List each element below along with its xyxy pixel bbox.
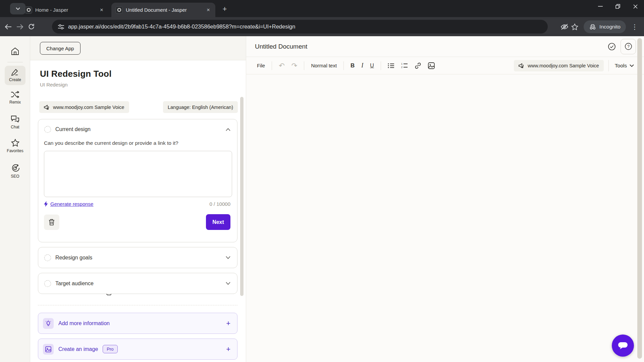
generate-response-link[interactable]: Generate response (44, 201, 93, 207)
close-icon (633, 4, 638, 9)
tab-untitled-document[interactable]: Untitled Document - Jasper × (111, 3, 215, 17)
panel-header: Change App (30, 36, 246, 60)
editor-toolbar: File ↶ ↷ Normal text B I U 12 (246, 57, 644, 74)
close-tab-icon[interactable]: × (205, 7, 211, 13)
eye-off-icon (560, 23, 569, 30)
voice-chip-label: www.moodjoy.com Sample Voice (53, 105, 124, 110)
tab-title: Home - Jasper (35, 7, 96, 13)
sidebar-item-seo[interactable]: SEO (0, 164, 30, 179)
dashed-divider (38, 305, 237, 305)
chevron-down-icon (226, 256, 230, 259)
page-scrollbar[interactable] (637, 38, 642, 359)
add-more-information-row[interactable]: Add more information + (38, 313, 237, 334)
voice-selector-chip[interactable]: www.moodjoy.com Sample Voice (514, 60, 604, 71)
file-menu[interactable]: File (254, 63, 268, 68)
italic-button[interactable]: I (358, 62, 367, 69)
text-style-dropdown[interactable]: Normal text (308, 63, 340, 68)
pen-icon (11, 68, 19, 76)
section-title: Redesign goals (55, 255, 221, 261)
chat-bubble-icon (618, 341, 628, 350)
image-icon (428, 62, 435, 69)
jasper-favicon-icon (115, 6, 123, 14)
section-title: Target audience (55, 281, 221, 287)
chevron-down-icon (630, 64, 634, 67)
redo-button[interactable]: ↷ (288, 62, 301, 70)
current-design-textarea[interactable] (44, 151, 232, 197)
insert-link-button[interactable] (411, 62, 425, 69)
tab-home-jasper[interactable]: Home - Jasper × (21, 3, 109, 17)
sidebar-item-create[interactable]: Create (0, 68, 30, 82)
delete-button[interactable] (44, 215, 59, 230)
sidebar-item-label: Remix (9, 100, 21, 105)
document-editor: Untitled Document ? File ↶ ↷ Normal text… (246, 36, 644, 362)
target-icon (11, 164, 19, 172)
sidebar-item-remix[interactable]: Remix (0, 91, 30, 105)
sidebar-item-home[interactable] (0, 47, 30, 55)
chevron-up-icon[interactable] (226, 128, 230, 131)
browser-menu-button[interactable]: ⋮ (631, 23, 638, 31)
forward-button[interactable] (16, 24, 23, 29)
step-progress-circle-icon (44, 126, 51, 133)
chevron-down-icon (226, 282, 230, 285)
rail-divider (7, 62, 23, 62)
voice-chip-label: www.moodjoy.com Sample Voice (528, 63, 599, 68)
undo-button[interactable]: ↶ (275, 62, 288, 70)
create-an-image-row[interactable]: Create an image Pro + (38, 339, 237, 360)
voice-selector-chip[interactable]: www.moodjoy.com Sample Voice (39, 101, 129, 113)
numbered-list-icon: 12 (401, 63, 408, 68)
url-text: app.jasper.ai/docs/edit/2b9fab15-4c7a-45… (68, 23, 295, 30)
bold-button[interactable]: B (347, 62, 358, 69)
next-button[interactable]: Next (206, 214, 230, 230)
insert-image-button[interactable] (425, 62, 438, 69)
bullet-list-button[interactable] (384, 63, 398, 68)
sidebar-item-label: Favorites (7, 148, 23, 153)
panel-scrollbar[interactable] (240, 97, 244, 296)
target-audience-card[interactable]: Target audience (38, 273, 237, 294)
help-button[interactable]: ? (621, 39, 636, 54)
back-button[interactable] (5, 24, 12, 29)
window-close-button[interactable] (627, 0, 644, 13)
browser-address-bar: app.jasper.ai/docs/edit/2b9fab15-4c7a-45… (0, 17, 644, 36)
sidebar-item-chat[interactable]: Chat (0, 115, 30, 129)
window-minimize-button[interactable] (592, 0, 609, 13)
back-arrow-icon (5, 24, 12, 29)
current-design-header[interactable]: Current design (38, 119, 237, 137)
image-icon (45, 346, 51, 352)
plus-icon: + (226, 345, 230, 354)
svg-text:1: 1 (401, 63, 402, 65)
numbered-list-button[interactable]: 12 (398, 63, 411, 68)
redesign-goals-card[interactable]: Redesign goals (38, 247, 237, 268)
new-tab-button[interactable]: + (220, 4, 230, 14)
step-progress-circle-icon (44, 280, 51, 287)
close-tab-icon[interactable]: × (99, 7, 105, 13)
incognito-label: Incognito (599, 24, 621, 30)
password-eye-off-button[interactable] (560, 23, 569, 30)
language-selector-chip[interactable]: Language: English (American) (163, 101, 238, 113)
trash-icon (49, 219, 55, 226)
chat-bubbles-icon (11, 115, 19, 123)
sidebar-item-label: Create (9, 77, 21, 82)
link-icon (415, 62, 421, 69)
section-title: Current design (55, 126, 221, 132)
change-app-button[interactable]: Change App (40, 42, 80, 55)
support-chat-fab[interactable] (612, 335, 634, 357)
sidebar-item-label: SEO (11, 174, 19, 179)
url-omnibox[interactable]: app.jasper.ai/docs/edit/2b9fab15-4c7a-45… (52, 20, 548, 34)
underline-button[interactable]: U (367, 63, 377, 69)
bookmark-star-button[interactable] (571, 23, 578, 30)
step-progress-circle-icon (44, 254, 51, 261)
char-counter: 0 / 10000 (209, 201, 230, 207)
megaphone-icon (519, 63, 525, 68)
extra-row-label: Add more information (58, 320, 110, 326)
sidebar-item-favorites[interactable]: Favorites (0, 139, 30, 153)
language-chip-label: Language: English (American) (168, 105, 233, 110)
left-icon-rail: Create Remix Chat Favorites SEO (0, 36, 30, 362)
tool-subtitle: UI Redesign (40, 82, 68, 87)
browser-tab-strip: Home - Jasper × Untitled Document - Jasp… (0, 0, 644, 17)
document-title[interactable]: Untitled Document (255, 43, 307, 50)
tools-dropdown[interactable]: Tools (608, 60, 635, 71)
chevron-down-icon (16, 7, 20, 10)
reload-button[interactable] (28, 23, 35, 30)
window-restore-button[interactable] (609, 0, 627, 13)
site-info-icon[interactable] (58, 24, 64, 29)
